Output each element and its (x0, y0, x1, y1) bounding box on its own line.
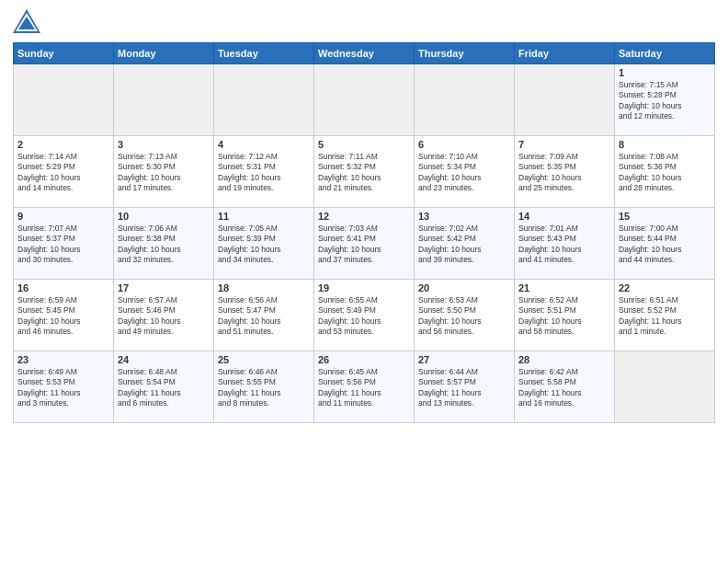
col-wednesday: Wednesday (314, 43, 415, 64)
day-info: Sunrise: 6:55 AM Sunset: 5:49 PM Dayligh… (318, 295, 410, 338)
calendar-cell (214, 64, 314, 136)
calendar-cell: 6Sunrise: 7:10 AM Sunset: 5:34 PM Daylig… (415, 136, 515, 208)
day-number: 1 (619, 67, 711, 78)
logo (13, 9, 44, 37)
calendar-cell (615, 351, 715, 423)
day-info: Sunrise: 7:01 AM Sunset: 5:43 PM Dayligh… (518, 224, 610, 266)
day-info: Sunrise: 7:02 AM Sunset: 5:42 PM Dayligh… (418, 224, 510, 266)
day-number: 8 (619, 139, 711, 150)
calendar-cell (415, 64, 515, 136)
calendar-cell: 2Sunrise: 7:14 AM Sunset: 5:29 PM Daylig… (14, 136, 114, 208)
day-number: 16 (17, 282, 109, 293)
page-container: Sunday Monday Tuesday Wednesday Thursday… (0, 0, 728, 432)
calendar-cell: 13Sunrise: 7:02 AM Sunset: 5:42 PM Dayli… (415, 208, 515, 280)
calendar-cell: 8Sunrise: 7:08 AM Sunset: 5:36 PM Daylig… (615, 136, 715, 208)
col-saturday: Saturday (615, 43, 715, 64)
day-number: 2 (17, 139, 109, 150)
day-info: Sunrise: 6:53 AM Sunset: 5:50 PM Dayligh… (418, 295, 510, 338)
day-info: Sunrise: 6:42 AM Sunset: 5:58 PM Dayligh… (518, 367, 610, 409)
day-number: 5 (318, 139, 410, 150)
day-number: 12 (318, 211, 410, 222)
day-number: 9 (17, 211, 109, 222)
calendar-cell: 7Sunrise: 7:09 AM Sunset: 5:35 PM Daylig… (515, 136, 615, 208)
calendar-week-4: 23Sunrise: 6:49 AM Sunset: 5:53 PM Dayli… (14, 351, 715, 423)
calendar-week-2: 9Sunrise: 7:07 AM Sunset: 5:37 PM Daylig… (14, 208, 715, 280)
day-number: 23 (17, 354, 109, 365)
day-number: 19 (318, 282, 410, 293)
day-info: Sunrise: 6:56 AM Sunset: 5:47 PM Dayligh… (218, 295, 310, 338)
calendar-cell: 27Sunrise: 6:44 AM Sunset: 5:57 PM Dayli… (415, 351, 515, 423)
col-tuesday: Tuesday (214, 43, 314, 64)
day-number: 6 (418, 139, 510, 150)
day-number: 24 (118, 354, 210, 365)
col-thursday: Thursday (415, 43, 515, 64)
day-info: Sunrise: 7:05 AM Sunset: 5:39 PM Dayligh… (218, 224, 310, 266)
day-info: Sunrise: 7:12 AM Sunset: 5:31 PM Dayligh… (218, 152, 310, 194)
calendar-cell: 5Sunrise: 7:11 AM Sunset: 5:32 PM Daylig… (314, 136, 415, 208)
calendar-cell: 28Sunrise: 6:42 AM Sunset: 5:58 PM Dayli… (515, 351, 615, 423)
calendar-cell: 26Sunrise: 6:45 AM Sunset: 5:56 PM Dayli… (314, 351, 415, 423)
day-number: 17 (118, 282, 210, 293)
day-number: 15 (619, 211, 711, 222)
day-info: Sunrise: 6:59 AM Sunset: 5:45 PM Dayligh… (17, 295, 109, 338)
calendar-cell: 21Sunrise: 6:52 AM Sunset: 5:51 PM Dayli… (515, 280, 615, 351)
calendar-cell: 3Sunrise: 7:13 AM Sunset: 5:30 PM Daylig… (114, 136, 214, 208)
day-info: Sunrise: 7:00 AM Sunset: 5:44 PM Dayligh… (619, 224, 711, 266)
col-monday: Monday (114, 43, 214, 64)
day-number: 22 (619, 282, 711, 293)
calendar-cell (314, 64, 415, 136)
day-number: 14 (518, 211, 610, 222)
calendar-table: Sunday Monday Tuesday Wednesday Thursday… (13, 42, 715, 423)
calendar-cell: 11Sunrise: 7:05 AM Sunset: 5:39 PM Dayli… (214, 208, 314, 280)
calendar-cell: 25Sunrise: 6:46 AM Sunset: 5:55 PM Dayli… (214, 351, 314, 423)
day-info: Sunrise: 6:49 AM Sunset: 5:53 PM Dayligh… (17, 367, 109, 409)
day-info: Sunrise: 7:07 AM Sunset: 5:37 PM Dayligh… (17, 224, 109, 266)
calendar-cell (515, 64, 615, 136)
calendar-cell: 15Sunrise: 7:00 AM Sunset: 5:44 PM Dayli… (615, 208, 715, 280)
calendar-cell: 12Sunrise: 7:03 AM Sunset: 5:41 PM Dayli… (314, 208, 415, 280)
header-row: Sunday Monday Tuesday Wednesday Thursday… (14, 43, 715, 64)
day-info: Sunrise: 7:13 AM Sunset: 5:30 PM Dayligh… (118, 152, 210, 194)
calendar-cell: 19Sunrise: 6:55 AM Sunset: 5:49 PM Dayli… (314, 280, 415, 351)
calendar-body: 1Sunrise: 7:15 AM Sunset: 5:28 PM Daylig… (14, 64, 715, 423)
day-number: 21 (518, 282, 610, 293)
calendar-header: Sunday Monday Tuesday Wednesday Thursday… (14, 43, 715, 64)
calendar-cell: 22Sunrise: 6:51 AM Sunset: 5:52 PM Dayli… (615, 280, 715, 351)
day-number: 25 (218, 354, 310, 365)
calendar-cell: 17Sunrise: 6:57 AM Sunset: 5:46 PM Dayli… (114, 280, 214, 351)
calendar-week-3: 16Sunrise: 6:59 AM Sunset: 5:45 PM Dayli… (14, 280, 715, 351)
calendar-cell: 24Sunrise: 6:48 AM Sunset: 5:54 PM Dayli… (114, 351, 214, 423)
day-info: Sunrise: 7:03 AM Sunset: 5:41 PM Dayligh… (318, 224, 410, 266)
day-number: 28 (518, 354, 610, 365)
day-info: Sunrise: 6:52 AM Sunset: 5:51 PM Dayligh… (518, 295, 610, 338)
day-info: Sunrise: 6:51 AM Sunset: 5:52 PM Dayligh… (619, 295, 711, 338)
calendar-week-1: 2Sunrise: 7:14 AM Sunset: 5:29 PM Daylig… (14, 136, 715, 208)
calendar-week-0: 1Sunrise: 7:15 AM Sunset: 5:28 PM Daylig… (14, 64, 715, 136)
calendar-cell: 10Sunrise: 7:06 AM Sunset: 5:38 PM Dayli… (114, 208, 214, 280)
calendar-cell: 14Sunrise: 7:01 AM Sunset: 5:43 PM Dayli… (515, 208, 615, 280)
day-number: 10 (118, 211, 210, 222)
day-info: Sunrise: 7:11 AM Sunset: 5:32 PM Dayligh… (318, 152, 410, 194)
calendar-cell (114, 64, 214, 136)
logo-icon (13, 9, 40, 37)
day-number: 3 (118, 139, 210, 150)
day-number: 4 (218, 139, 310, 150)
day-info: Sunrise: 7:15 AM Sunset: 5:28 PM Dayligh… (619, 80, 711, 122)
day-number: 13 (418, 211, 510, 222)
calendar-cell: 16Sunrise: 6:59 AM Sunset: 5:45 PM Dayli… (14, 280, 114, 351)
day-info: Sunrise: 7:08 AM Sunset: 5:36 PM Dayligh… (619, 152, 711, 194)
day-number: 18 (218, 282, 310, 293)
calendar-cell (14, 64, 114, 136)
col-sunday: Sunday (14, 43, 114, 64)
day-number: 26 (318, 354, 410, 365)
day-number: 7 (518, 139, 610, 150)
calendar-cell: 9Sunrise: 7:07 AM Sunset: 5:37 PM Daylig… (14, 208, 114, 280)
day-number: 20 (418, 282, 510, 293)
day-number: 27 (418, 354, 510, 365)
header (13, 9, 715, 37)
day-info: Sunrise: 7:06 AM Sunset: 5:38 PM Dayligh… (118, 224, 210, 266)
calendar-cell: 18Sunrise: 6:56 AM Sunset: 5:47 PM Dayli… (214, 280, 314, 351)
day-info: Sunrise: 6:57 AM Sunset: 5:46 PM Dayligh… (118, 295, 210, 338)
day-info: Sunrise: 7:10 AM Sunset: 5:34 PM Dayligh… (418, 152, 510, 194)
calendar-cell: 4Sunrise: 7:12 AM Sunset: 5:31 PM Daylig… (214, 136, 314, 208)
